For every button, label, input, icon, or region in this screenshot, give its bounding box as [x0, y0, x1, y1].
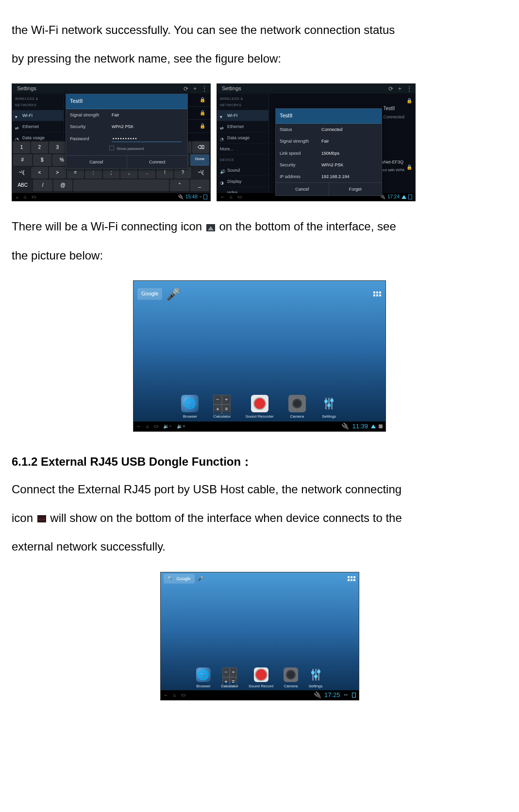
settings-topbar: Settings ⟳ + ⋮: [217, 84, 415, 94]
recorder-icon: [251, 395, 268, 412]
status-area[interactable]: 🔌 17:24: [380, 193, 412, 201]
show-password-checkbox[interactable]: Show password: [66, 145, 187, 155]
dock-settings[interactable]: Settings: [320, 395, 338, 420]
sidebar-item-wifi[interactable]: ▾Wi-Fi: [12, 110, 64, 121]
keyboard-hide-icon[interactable]: ⌄: [15, 193, 19, 201]
cancel-button[interactable]: Cancel: [66, 156, 127, 168]
wifi-icon: [402, 195, 406, 199]
key[interactable]: _: [190, 179, 209, 191]
recent-apps-icon[interactable]: ▭: [237, 193, 242, 201]
abc-key[interactable]: ABC: [13, 179, 32, 191]
app-drawer-icon[interactable]: [347, 574, 356, 583]
sidebar-item-ethernet[interactable]: ⇄Ethernet: [12, 121, 64, 132]
refresh-icon[interactable]: ⟳: [184, 84, 188, 95]
settings-icon: [308, 667, 323, 682]
backspace-key[interactable]: ⌫: [192, 142, 209, 153]
sidebar-item-ethernet[interactable]: ⇄Ethernet: [217, 121, 268, 132]
selected-network-header[interactable]: TestII Connected: [383, 104, 404, 121]
dock-camera[interactable]: Camera: [284, 667, 298, 690]
recent-apps-icon[interactable]: ▭: [154, 422, 158, 431]
sidebar-item-data-usage[interactable]: ◔Data usage: [217, 132, 268, 144]
key[interactable]: ": [170, 179, 189, 191]
text: the Wi-Fi network successfully. You can …: [12, 23, 395, 36]
key[interactable]: 3: [49, 142, 66, 153]
dock-settings[interactable]: Settings: [308, 667, 323, 690]
wifi-icon: ▾: [15, 113, 20, 118]
lock-icon: 🔒: [200, 109, 205, 117]
text: by pressing the network name, see the fi…: [12, 52, 281, 65]
recent-apps-icon[interactable]: ▭: [32, 193, 36, 201]
key[interactable]: #: [13, 154, 32, 166]
add-icon[interactable]: +: [398, 84, 402, 95]
google-search[interactable]: Google: [137, 288, 162, 300]
app-drawer-icon[interactable]: [373, 290, 382, 298]
key[interactable]: 1: [13, 142, 30, 153]
recorder-icon: [254, 667, 268, 682]
sidebar-item-wifi[interactable]: ▾Wi-Fi: [217, 110, 268, 121]
intro-paragraph: the Wi-Fi network successfully. You can …: [12, 19, 507, 69]
clock: 11:39: [352, 421, 368, 432]
menu-icon[interactable]: ⋮: [201, 84, 207, 95]
wifi-connect-dialog: TestII Signal strengthFair SecurityWPA2 …: [66, 94, 188, 169]
volume-up-icon[interactable]: 🔉+: [177, 422, 185, 431]
back-icon[interactable]: ←: [136, 422, 141, 431]
wifi-status-icon: [206, 224, 215, 231]
key[interactable]: 2: [31, 142, 48, 153]
key[interactable]: @: [53, 179, 72, 191]
label-status: Status: [280, 126, 318, 133]
value-signal: Fair: [112, 111, 184, 119]
label-signal: Signal strength: [70, 111, 108, 119]
key[interactable]: <: [31, 167, 48, 179]
key[interactable]: >: [49, 167, 66, 179]
text: external network successfully.: [12, 540, 166, 553]
password-input[interactable]: [112, 136, 182, 142]
space-key[interactable]: [73, 179, 169, 191]
home-icon[interactable]: ⌂: [173, 691, 176, 699]
sidebar-item-more[interactable]: More...: [217, 144, 268, 155]
dock-calculator[interactable]: −÷+=Calculator: [213, 395, 231, 420]
home-icon[interactable]: ⌂: [230, 193, 233, 201]
ethernet-status-icon: [37, 515, 46, 522]
back-icon[interactable]: ←: [164, 691, 168, 699]
done-key[interactable]: Done: [190, 154, 209, 166]
camera-icon: [288, 395, 306, 412]
connect-button[interactable]: Connect: [127, 156, 188, 168]
key[interactable]: ~\{: [13, 167, 30, 179]
dock-calculator[interactable]: −÷+=Calculator: [221, 667, 238, 690]
dock-sound-recorder[interactable]: Sound Recorder: [245, 395, 273, 420]
label-security: Security: [70, 123, 108, 130]
recent-apps-icon[interactable]: ▭: [181, 691, 185, 699]
key[interactable]: /: [33, 179, 52, 191]
voice-search-icon[interactable]: 🎤: [166, 284, 181, 305]
system-navbar: ← ⌂ ▭ 🔉− 🔉+ 🔌 11:39: [134, 422, 385, 431]
refresh-icon[interactable]: ⟳: [388, 84, 393, 95]
key[interactable]: $: [33, 154, 52, 166]
dock-browser[interactable]: 🌐Browser: [196, 667, 211, 690]
status-area[interactable]: 🔌 17:25 ↔: [314, 689, 356, 700]
add-icon[interactable]: +: [193, 84, 197, 95]
wifi-icon: [371, 424, 376, 428]
cancel-button[interactable]: Cancel: [276, 183, 329, 195]
home-icon[interactable]: ⌂: [146, 422, 149, 431]
volume-down-icon[interactable]: 🔉−: [163, 422, 172, 431]
wifi-status-dialog: TestII StatusConnected Signal strengthFa…: [275, 108, 382, 196]
voice-search-icon[interactable]: 🎤: [198, 574, 203, 583]
sidebar-item-sound[interactable]: 🔊Sound: [217, 165, 268, 176]
dock-sound-recorder[interactable]: Sound Record: [249, 667, 273, 690]
menu-icon[interactable]: ⋮: [406, 84, 412, 95]
section-heading-rj45: 6.1.2 External RJ45 USB Dongle Function：: [12, 451, 507, 472]
home-icon[interactable]: ⌂: [24, 193, 27, 201]
text: the picture below:: [12, 249, 103, 262]
clock: 15:48: [185, 193, 198, 201]
status-area[interactable]: 🔌 11:39: [341, 421, 383, 432]
forget-button[interactable]: Forget: [329, 183, 382, 195]
google-search[interactable]: 🔍 Google: [164, 574, 195, 584]
sidebar-item-display[interactable]: ◑Display: [217, 176, 268, 187]
key[interactable]: ~\{: [192, 167, 209, 179]
status-area[interactable]: 🔌 15:48 ▿: [178, 193, 207, 201]
dock-browser[interactable]: 🌐Browser: [181, 395, 199, 420]
dock-camera[interactable]: Camera: [288, 395, 306, 420]
back-icon[interactable]: ←: [220, 193, 225, 201]
value-status: Connected: [321, 126, 378, 133]
value-security: WPA2 PSK: [112, 123, 184, 130]
